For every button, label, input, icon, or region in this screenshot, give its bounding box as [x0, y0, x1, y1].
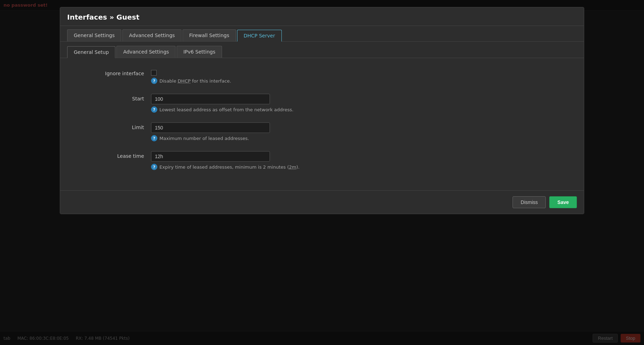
- limit-help-icon: ?: [151, 135, 157, 141]
- tab-general-setup[interactable]: General Setup: [67, 46, 115, 58]
- ignore-interface-label: Ignore interface: [74, 69, 151, 76]
- ignore-interface-checkbox[interactable]: [151, 70, 157, 76]
- dhcp-abbr: DHCP: [178, 78, 191, 84]
- limit-help: ? Maximum number of leased addresses.: [151, 135, 270, 141]
- start-help: ? Lowest leased address as offset from t…: [151, 106, 293, 113]
- save-button[interactable]: Save: [549, 196, 577, 208]
- tab-general-settings[interactable]: General Settings: [67, 29, 121, 41]
- modal-overlay: Interfaces » Guest General Settings Adva…: [0, 0, 644, 345]
- modal-footer: Dismiss Save: [60, 190, 584, 214]
- modal: Interfaces » Guest General Settings Adva…: [60, 7, 584, 214]
- lease-time-help-text: Expiry time of leased addresses, minimum…: [159, 164, 300, 170]
- start-row: Start ? Lowest leased address as offset …: [74, 94, 570, 113]
- limit-controls: ? Maximum number of leased addresses.: [151, 122, 270, 141]
- start-help-text: Lowest leased address as offset from the…: [159, 107, 293, 112]
- start-label: Start: [74, 94, 151, 101]
- lease-time-help: ? Expiry time of leased addresses, minim…: [151, 164, 300, 170]
- ignore-interface-controls: ? Disable DHCP for this interface.: [151, 69, 231, 84]
- modal-body: Ignore interface ? Disable DHCP for this…: [60, 58, 584, 190]
- lease-time-help-icon: ?: [151, 164, 157, 170]
- ignore-interface-row: Ignore interface ? Disable DHCP for this…: [74, 69, 570, 84]
- tab-advanced-settings-outer[interactable]: Advanced Settings: [122, 29, 181, 41]
- lease-time-label: Lease time: [74, 151, 151, 159]
- start-input[interactable]: [151, 94, 270, 104]
- limit-input[interactable]: [151, 122, 270, 133]
- ignore-interface-help-text: Disable DHCP for this interface.: [159, 78, 231, 84]
- limit-row: Limit ? Maximum number of leased address…: [74, 122, 570, 141]
- modal-title: Interfaces » Guest: [60, 7, 584, 26]
- lease-time-row: Lease time ? Expiry time of leased addre…: [74, 151, 570, 170]
- start-help-icon: ?: [151, 106, 157, 113]
- lease-time-controls: ? Expiry time of leased addresses, minim…: [151, 151, 300, 170]
- tab-firewall-settings[interactable]: Firewall Settings: [183, 29, 236, 41]
- tab-ipv6-settings[interactable]: IPv6 Settings: [177, 46, 222, 58]
- limit-label: Limit: [74, 122, 151, 130]
- ignore-interface-help-icon: ?: [151, 78, 157, 84]
- tab-advanced-settings-inner[interactable]: Advanced Settings: [116, 46, 176, 58]
- limit-help-text: Maximum number of leased addresses.: [159, 136, 249, 141]
- ignore-interface-checkbox-wrapper: [151, 69, 231, 76]
- start-controls: ? Lowest leased address as offset from t…: [151, 94, 293, 113]
- lease-time-input[interactable]: [151, 151, 270, 162]
- ignore-interface-help: ? Disable DHCP for this interface.: [151, 78, 231, 84]
- dismiss-button[interactable]: Dismiss: [513, 196, 546, 208]
- inner-tab-bar: General Setup Advanced Settings IPv6 Set…: [60, 42, 584, 58]
- lease-time-min-abbr: 2m: [289, 164, 296, 170]
- outer-tab-bar: General Settings Advanced Settings Firew…: [60, 26, 584, 42]
- tab-dhcp-server[interactable]: DHCP Server: [237, 30, 282, 42]
